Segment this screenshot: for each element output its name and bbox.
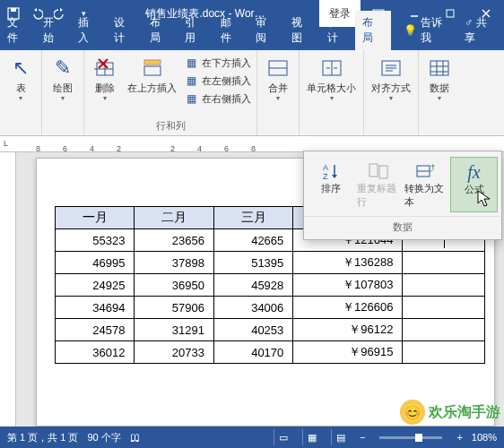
sort-button[interactable]: AZ排序 <box>308 157 353 212</box>
insert-above-icon <box>140 56 165 81</box>
sort-icon: AZ <box>318 160 343 182</box>
data-dropdown-panel: AZ排序 重复标题行 转换为文本 fx公式 数据 <box>303 151 502 240</box>
tab-layout[interactable]: 布局 <box>143 11 178 50</box>
watermark: 😊 欢乐淘手游 <box>400 400 500 425</box>
zoom-level[interactable]: 108% <box>472 432 497 443</box>
web-layout-icon[interactable]: ▤ <box>331 429 351 445</box>
cell-size-icon <box>319 56 344 81</box>
cell-size-button[interactable]: 单元格大小▾ <box>305 54 358 104</box>
insert-left-button[interactable]: ▦在左侧插入 <box>184 72 251 90</box>
ribbon: ↖表▾ ✎绘图▾ 删除▾ 在上方插入 ▦在下方插入 ▦在左侧插入 ▦在右侧插入 … <box>0 50 504 136</box>
tab-view[interactable]: 视图 <box>284 11 320 50</box>
table-row: 346945790634006￥126606 <box>56 297 485 319</box>
table-row: 245783129140253￥96122 <box>56 319 485 341</box>
ribbon-group-merge: 合并▾ <box>257 50 300 135</box>
tab-table-layout[interactable]: 布局 <box>355 11 391 50</box>
language-indicator[interactable]: 🕮 <box>130 432 140 443</box>
page-gutter <box>16 152 36 426</box>
smiley-icon: 😊 <box>400 400 425 425</box>
tab-mailings[interactable]: 邮件 <box>213 11 249 50</box>
merge-button[interactable]: 合并▾ <box>263 54 293 104</box>
vertical-ruler[interactable] <box>0 152 16 426</box>
col-header[interactable]: 二月 <box>135 207 213 229</box>
svg-rect-31 <box>379 166 387 178</box>
formula-icon: fx <box>462 161 487 183</box>
tab-home[interactable]: 开始 <box>36 11 72 50</box>
align-icon <box>378 56 404 81</box>
ribbon-tabs: 文件 开始 插入 设计 布局 引用 邮件 审阅 视图 设计 布局 💡告诉我 ♂ … <box>0 27 504 50</box>
data-icon <box>427 56 452 81</box>
insert-below-icon: ▦ <box>184 56 198 70</box>
tab-file[interactable]: 文件 <box>0 11 36 50</box>
read-mode-icon[interactable]: ▭ <box>274 429 293 445</box>
group-label-rows-cols: 行和列 <box>156 119 186 134</box>
select-button[interactable]: ↖表▾ <box>5 54 36 104</box>
table-row: 469953789851395￥136288 <box>56 252 485 274</box>
pointer-icon: ↖ <box>8 56 33 81</box>
zoom-in-button[interactable]: + <box>456 432 462 443</box>
svg-rect-12 <box>144 66 161 75</box>
svg-rect-13 <box>144 60 161 65</box>
ribbon-group-data: 数据▾ <box>419 50 460 135</box>
tab-selector[interactable]: L <box>4 139 8 148</box>
insert-below-button[interactable]: ▦在下方插入 <box>184 54 251 72</box>
ribbon-group-align: 对齐方式▾ <box>364 50 419 135</box>
col-header[interactable]: 一月 <box>56 207 135 229</box>
ribbon-group-table: ↖表▾ <box>0 50 42 135</box>
tab-insert[interactable]: 插入 <box>71 11 107 50</box>
insert-left-icon: ▦ <box>184 73 198 88</box>
share-button[interactable]: ♂ 共享 <box>457 11 504 50</box>
delete-table-icon <box>92 56 117 81</box>
ribbon-group-rows-cols: 删除▾ 在上方插入 ▦在下方插入 ▦在左侧插入 ▦在右侧插入 行和列 <box>84 50 257 135</box>
tab-table-design[interactable]: 设计 <box>320 11 356 50</box>
bulb-icon: 💡 <box>404 24 417 37</box>
page-indicator[interactable]: 第 1 页，共 1 页 <box>7 431 78 444</box>
insert-right-icon: ▦ <box>184 91 198 106</box>
zoom-out-button[interactable]: − <box>360 432 365 443</box>
status-bar: 第 1 页，共 1 页 90 个字 🕮 ▭ ▦ ▤ − + 108% <box>0 426 504 448</box>
repeat-header-icon <box>366 160 391 182</box>
svg-text:A: A <box>323 163 328 172</box>
ribbon-group-cellsize: 单元格大小▾ <box>300 50 364 135</box>
dropdown-group-label: 数据 <box>304 216 501 239</box>
formula-button[interactable]: fx公式 <box>450 157 498 212</box>
convert-to-text-button[interactable]: 转换为文本 <box>403 157 448 212</box>
repeat-header-button: 重复标题行 <box>355 157 401 212</box>
print-layout-icon[interactable]: ▦ <box>302 429 322 445</box>
insert-above-button[interactable]: 在上方插入 <box>126 54 178 96</box>
alignment-button[interactable]: 对齐方式▾ <box>369 54 413 104</box>
word-count[interactable]: 90 个字 <box>87 431 120 444</box>
svg-rect-22 <box>430 61 448 75</box>
zoom-slider[interactable] <box>379 436 442 439</box>
col-header[interactable]: 三月 <box>213 207 292 229</box>
insert-right-button[interactable]: ▦在右侧插入 <box>184 90 251 108</box>
svg-rect-30 <box>369 164 378 177</box>
draw-table-button[interactable]: ✎绘图▾ <box>48 54 78 104</box>
table-row: 360122073340170￥96915 <box>56 341 485 364</box>
ribbon-group-draw: ✎绘图▾ <box>42 50 84 135</box>
merge-icon <box>265 56 291 81</box>
tell-me[interactable]: 💡告诉我 <box>398 11 457 50</box>
delete-button[interactable]: 删除▾ <box>90 54 120 104</box>
pencil-icon: ✎ <box>50 56 75 81</box>
data-button[interactable]: 数据▾ <box>424 54 455 104</box>
convert-text-icon <box>413 160 439 182</box>
tab-references[interactable]: 引用 <box>178 11 213 50</box>
svg-text:Z: Z <box>323 172 328 181</box>
tab-design[interactable]: 设计 <box>107 11 143 50</box>
tab-review[interactable]: 审阅 <box>248 11 284 50</box>
table-row: 249253695045928￥107803 <box>56 274 485 297</box>
